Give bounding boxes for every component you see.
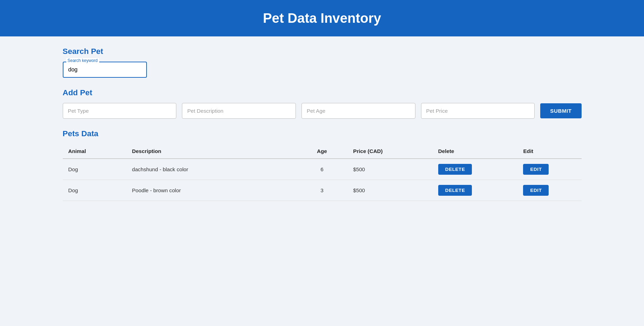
add-pet-section-title: Add Pet <box>63 88 582 97</box>
delete-button[interactable]: DELETE <box>438 185 472 196</box>
cell-edit: EDIT <box>517 159 581 180</box>
search-section-title: Search Pet <box>63 47 582 56</box>
cell-animal: Dog <box>63 159 127 180</box>
pets-data-section: Pets Data Animal Description Age Price (… <box>63 129 582 201</box>
pet-age-input[interactable] <box>301 103 415 119</box>
col-header-description: Description <box>126 144 296 159</box>
submit-button[interactable]: SUBMIT <box>540 103 581 118</box>
col-header-edit: Edit <box>517 144 581 159</box>
col-header-price: Price (CAD) <box>347 144 433 159</box>
add-pet-form: SUBMIT <box>63 103 582 119</box>
cell-price: $500 <box>347 159 433 180</box>
search-field-wrapper: Search keyword <box>63 62 147 78</box>
cell-description: Poodle - brown color <box>126 180 296 201</box>
cell-edit: EDIT <box>517 180 581 201</box>
cell-delete: DELETE <box>433 180 518 201</box>
cell-price: $500 <box>347 180 433 201</box>
col-header-animal: Animal <box>63 144 127 159</box>
pet-price-input[interactable] <box>421 103 535 119</box>
search-section: Search Pet Search keyword <box>63 47 582 78</box>
cell-age: 6 <box>297 159 348 180</box>
delete-button[interactable]: DELETE <box>438 164 472 175</box>
main-content: Search Pet Search keyword Add Pet SUBMIT… <box>42 47 603 215</box>
cell-delete: DELETE <box>433 159 518 180</box>
add-pet-section: Add Pet SUBMIT <box>63 88 582 119</box>
pets-table: Animal Description Age Price (CAD) Delet… <box>63 144 582 201</box>
pet-description-input[interactable] <box>182 103 296 119</box>
table-header: Animal Description Age Price (CAD) Delet… <box>63 144 582 159</box>
search-input[interactable] <box>63 62 147 78</box>
edit-button[interactable]: EDIT <box>523 185 549 196</box>
table-row: Dog dachshund - black color 6 $500 DELET… <box>63 159 582 180</box>
col-header-age: Age <box>297 144 348 159</box>
col-header-delete: Delete <box>433 144 518 159</box>
page-title: Pet Data Inventory <box>7 11 637 26</box>
pet-type-input[interactable] <box>63 103 177 119</box>
pets-data-section-title: Pets Data <box>63 129 582 138</box>
table-row: Dog Poodle - brown color 3 $500 DELETE E… <box>63 180 582 201</box>
cell-animal: Dog <box>63 180 127 201</box>
table-header-row: Animal Description Age Price (CAD) Delet… <box>63 144 582 159</box>
table-body: Dog dachshund - black color 6 $500 DELET… <box>63 159 582 201</box>
edit-button[interactable]: EDIT <box>523 164 549 175</box>
app-header: Pet Data Inventory <box>0 0 644 36</box>
cell-age: 3 <box>297 180 348 201</box>
cell-description: dachshund - black color <box>126 159 296 180</box>
